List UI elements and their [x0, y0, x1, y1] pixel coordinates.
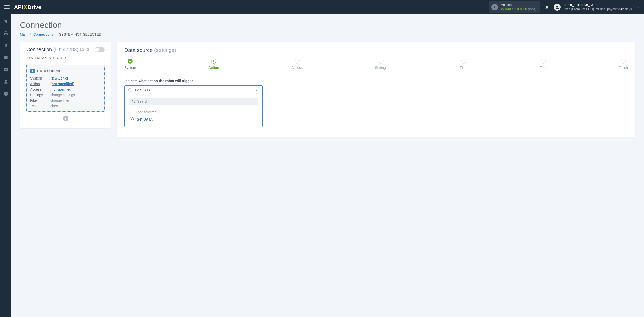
- play-icon: [130, 117, 134, 121]
- row-system-value[interactable]: New Zenler: [50, 76, 101, 80]
- actions-used: 22'048: [501, 7, 511, 11]
- svg-rect-1: [5, 31, 6, 32]
- topbar: API X Drive i Actions: 22'048 of 100'000…: [0, 0, 644, 14]
- row-settings-value[interactable]: change settings: [50, 93, 101, 97]
- data-source-title: DATA SOURCE: [37, 69, 61, 73]
- breadcrumb-main[interactable]: Main: [20, 32, 27, 36]
- search-box[interactable]: [129, 98, 258, 105]
- chevron-down-icon[interactable]: [636, 5, 640, 9]
- row-test-key: Test: [30, 104, 50, 108]
- user-block[interactable]: demo_apix-drive_s3 Plan |Premium PRO| le…: [564, 3, 632, 11]
- row-system-key: System: [30, 76, 50, 80]
- username: demo_apix-drive_s3: [564, 3, 632, 7]
- sidebar: $ ?: [0, 14, 11, 317]
- add-button[interactable]: +: [63, 116, 68, 121]
- stepper: System Action Access Settings Filter: [124, 59, 628, 70]
- logo-x: X: [23, 4, 28, 10]
- actions-of: of: [511, 7, 515, 11]
- svg-line-13: [134, 102, 135, 103]
- dollar-icon[interactable]: $: [3, 43, 9, 48]
- menu-toggle-icon[interactable]: [4, 4, 10, 10]
- connection-card: Connection (ID: 47283) SYSTEM NOT SELECT…: [20, 42, 111, 128]
- row-filter-key: Filter: [30, 98, 50, 102]
- bell-icon[interactable]: [545, 5, 549, 9]
- step-test[interactable]: Test: [540, 59, 546, 70]
- home-icon[interactable]: [3, 18, 9, 24]
- youtube-icon[interactable]: [3, 67, 9, 72]
- page-title: Connection: [20, 20, 635, 30]
- actions-pct: (22%): [527, 7, 536, 11]
- play-icon: [128, 88, 132, 92]
- logo-prefix: API: [14, 4, 23, 10]
- search-icon: [132, 100, 135, 103]
- row-access-key: Access: [30, 87, 50, 91]
- briefcase-icon[interactable]: [3, 55, 9, 60]
- dropdown-value: Get DATA: [135, 88, 252, 92]
- logo-suffix: Drive: [28, 4, 41, 10]
- user-icon[interactable]: [3, 79, 9, 84]
- svg-point-0: [556, 6, 558, 7]
- option-get-data[interactable]: Get DATA: [129, 116, 258, 123]
- step-system[interactable]: System: [124, 59, 136, 70]
- option-not-selected[interactable]: - not selected -: [129, 109, 258, 116]
- data-source-settings-card: Data source (settings) System Action Acc…: [117, 42, 635, 137]
- row-access-value[interactable]: (not specified): [50, 87, 101, 91]
- data-source-badge: 1: [30, 69, 35, 73]
- svg-rect-3: [7, 34, 8, 35]
- step-action[interactable]: Action: [208, 59, 219, 70]
- main-content: Connection Main / Connections / SYSTEM N…: [11, 14, 644, 317]
- connection-subtitle: SYSTEM NOT SELECTED: [26, 56, 105, 62]
- step-settings[interactable]: Settings: [375, 59, 388, 70]
- dropdown-body: - not selected - Get DATA: [125, 95, 262, 127]
- chevron-up-icon: [255, 88, 259, 92]
- dropdown-toggle[interactable]: Get DATA: [125, 86, 262, 95]
- sitemap-icon[interactable]: [3, 30, 9, 36]
- right-title: Data source (settings): [124, 47, 628, 53]
- svg-text:?: ?: [5, 92, 7, 95]
- row-settings-key: Settings: [30, 93, 50, 97]
- step-finish[interactable]: Finish: [619, 59, 628, 70]
- actions-label: Actions:: [501, 3, 537, 7]
- avatar-icon[interactable]: [554, 4, 561, 11]
- help-icon[interactable]: ?: [3, 91, 9, 96]
- row-filter-value[interactable]: change filter: [50, 98, 101, 102]
- breadcrumb: Main / Connections / SYSTEM NOT SELECTED: [20, 32, 635, 36]
- breadcrumb-current: SYSTEM NOT SELECTED: [59, 32, 102, 36]
- gear-icon[interactable]: [86, 48, 90, 52]
- step-filter[interactable]: Filter: [460, 59, 468, 70]
- row-action-key: Action: [30, 82, 50, 86]
- actions-text: Actions: 22'048 of 100'000 (22%): [501, 3, 537, 11]
- svg-point-7: [5, 80, 7, 82]
- search-input[interactable]: [137, 99, 255, 103]
- info-icon: i: [491, 4, 498, 10]
- connection-id: (ID: 47283): [53, 47, 78, 52]
- svg-text:$: $: [5, 43, 7, 47]
- actions-total: 100'000: [515, 7, 527, 11]
- svg-rect-2: [4, 34, 5, 35]
- document-icon[interactable]: [80, 48, 84, 52]
- field-label: Indicate what action the robot will trig…: [124, 79, 628, 83]
- step-access[interactable]: Access: [291, 59, 303, 70]
- logo[interactable]: API X Drive: [14, 4, 41, 10]
- connection-heading: Connection: [26, 47, 52, 52]
- plan-line: Plan |Premium PRO| left until payment 42…: [564, 7, 632, 11]
- breadcrumb-connections[interactable]: Connections: [33, 32, 53, 36]
- actions-counter[interactable]: i Actions: 22'048 of 100'000 (22%): [489, 1, 540, 13]
- svg-point-12: [132, 100, 134, 102]
- data-source-box: 1 DATA SOURCE System New Zenler Action (…: [26, 65, 105, 112]
- connection-toggle[interactable]: [95, 47, 105, 52]
- row-action-value[interactable]: (not specified): [50, 82, 101, 86]
- action-dropdown: Get DATA - not selected -: [124, 85, 263, 127]
- row-test-value[interactable]: check: [50, 104, 101, 108]
